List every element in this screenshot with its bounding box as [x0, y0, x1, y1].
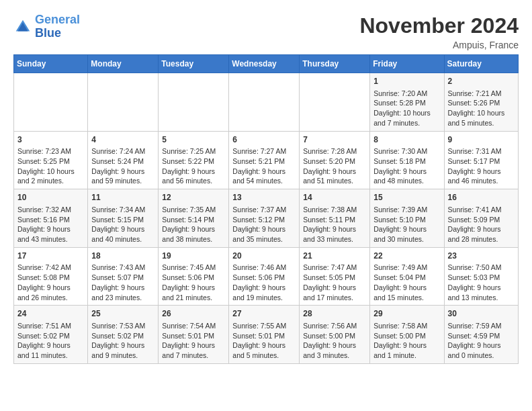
- day-cell: 17Sunrise: 7:42 AM Sunset: 5:08 PM Dayli…: [14, 247, 88, 306]
- day-info: Sunrise: 7:50 AM Sunset: 5:03 PM Dayligh…: [448, 263, 515, 302]
- day-cell: 28Sunrise: 7:56 AM Sunset: 5:00 PM Dayli…: [300, 306, 370, 364]
- week-row-2: 3Sunrise: 7:23 AM Sunset: 5:25 PM Daylig…: [14, 131, 519, 189]
- day-info: Sunrise: 7:58 AM Sunset: 5:00 PM Dayligh…: [373, 321, 440, 361]
- day-number: 29: [373, 308, 440, 320]
- day-cell: 11Sunrise: 7:34 AM Sunset: 5:15 PM Dayli…: [88, 189, 159, 248]
- day-cell: 20Sunrise: 7:46 AM Sunset: 5:06 PM Dayli…: [229, 247, 300, 306]
- day-number: 21: [303, 250, 366, 262]
- day-cell: 6Sunrise: 7:27 AM Sunset: 5:21 PM Daylig…: [229, 131, 300, 189]
- month-title: November 2024: [359, 13, 519, 38]
- day-number: 13: [232, 192, 296, 203]
- day-info: Sunrise: 7:45 AM Sunset: 5:06 PM Dayligh…: [162, 263, 225, 302]
- logo-text: General Blue: [35, 13, 80, 40]
- day-info: Sunrise: 7:49 AM Sunset: 5:04 PM Dayligh…: [373, 263, 440, 302]
- day-info: Sunrise: 7:31 AM Sunset: 5:17 PM Dayligh…: [448, 146, 515, 186]
- day-number: 14: [303, 192, 366, 203]
- day-number: 24: [17, 308, 84, 320]
- day-info: Sunrise: 7:56 AM Sunset: 5:00 PM Dayligh…: [303, 321, 366, 361]
- week-row-4: 17Sunrise: 7:42 AM Sunset: 5:08 PM Dayli…: [14, 247, 519, 306]
- day-info: Sunrise: 7:46 AM Sunset: 5:06 PM Dayligh…: [232, 263, 296, 302]
- day-number: 12: [162, 192, 225, 203]
- day-info: Sunrise: 7:34 AM Sunset: 5:15 PM Dayligh…: [91, 205, 154, 244]
- day-number: 1: [373, 76, 440, 87]
- day-cell: 5Sunrise: 7:25 AM Sunset: 5:22 PM Daylig…: [159, 131, 229, 189]
- day-cell: 15Sunrise: 7:39 AM Sunset: 5:10 PM Dayli…: [370, 189, 444, 248]
- day-number: 22: [373, 250, 440, 262]
- day-cell: [229, 73, 300, 132]
- day-cell: 26Sunrise: 7:54 AM Sunset: 5:01 PM Dayli…: [159, 306, 229, 364]
- day-info: Sunrise: 7:59 AM Sunset: 4:59 PM Dayligh…: [448, 321, 515, 361]
- day-number: 3: [17, 134, 84, 146]
- weekday-header-monday: Monday: [88, 55, 159, 73]
- day-info: Sunrise: 7:32 AM Sunset: 5:16 PM Dayligh…: [17, 205, 84, 244]
- week-row-1: 1Sunrise: 7:20 AM Sunset: 5:28 PM Daylig…: [14, 73, 519, 132]
- weekday-header-tuesday: Tuesday: [159, 55, 229, 73]
- day-cell: 2Sunrise: 7:21 AM Sunset: 5:26 PM Daylig…: [444, 73, 518, 132]
- week-row-3: 10Sunrise: 7:32 AM Sunset: 5:16 PM Dayli…: [14, 189, 519, 248]
- day-number: 28: [303, 308, 366, 320]
- day-number: 20: [232, 250, 296, 262]
- logo-icon: [13, 17, 32, 36]
- day-cell: [300, 73, 370, 132]
- day-cell: 23Sunrise: 7:50 AM Sunset: 5:03 PM Dayli…: [444, 247, 518, 306]
- day-number: 5: [162, 134, 225, 146]
- day-cell: [88, 73, 159, 132]
- day-number: 18: [91, 250, 154, 262]
- weekday-header-sunday: Sunday: [14, 55, 88, 73]
- day-number: 16: [448, 192, 515, 203]
- day-info: Sunrise: 7:42 AM Sunset: 5:08 PM Dayligh…: [17, 263, 84, 302]
- day-number: 11: [91, 192, 154, 203]
- day-cell: 25Sunrise: 7:53 AM Sunset: 5:02 PM Dayli…: [88, 306, 159, 364]
- day-cell: 14Sunrise: 7:38 AM Sunset: 5:11 PM Dayli…: [300, 189, 370, 248]
- weekday-header-friday: Friday: [370, 55, 444, 73]
- weekday-header-thursday: Thursday: [300, 55, 370, 73]
- weekday-header-wednesday: Wednesday: [229, 55, 300, 73]
- day-number: 17: [17, 250, 84, 262]
- day-cell: [159, 73, 229, 132]
- day-number: 9: [448, 134, 515, 146]
- day-number: 2: [448, 76, 515, 87]
- day-cell: 16Sunrise: 7:41 AM Sunset: 5:09 PM Dayli…: [444, 189, 518, 248]
- day-cell: 9Sunrise: 7:31 AM Sunset: 5:17 PM Daylig…: [444, 131, 518, 189]
- day-info: Sunrise: 7:27 AM Sunset: 5:21 PM Dayligh…: [232, 146, 296, 186]
- day-info: Sunrise: 7:28 AM Sunset: 5:20 PM Dayligh…: [303, 146, 366, 186]
- day-number: 26: [162, 308, 225, 320]
- day-cell: 7Sunrise: 7:28 AM Sunset: 5:20 PM Daylig…: [300, 131, 370, 189]
- day-number: 6: [232, 134, 296, 146]
- day-number: 10: [17, 192, 84, 203]
- day-cell: 30Sunrise: 7:59 AM Sunset: 4:59 PM Dayli…: [444, 306, 518, 364]
- day-number: 4: [91, 134, 154, 146]
- day-info: Sunrise: 7:55 AM Sunset: 5:01 PM Dayligh…: [232, 321, 296, 361]
- day-cell: 8Sunrise: 7:30 AM Sunset: 5:18 PM Daylig…: [370, 131, 444, 189]
- day-cell: 4Sunrise: 7:24 AM Sunset: 5:24 PM Daylig…: [88, 131, 159, 189]
- day-info: Sunrise: 7:51 AM Sunset: 5:02 PM Dayligh…: [17, 321, 84, 361]
- day-cell: 24Sunrise: 7:51 AM Sunset: 5:02 PM Dayli…: [14, 306, 88, 364]
- day-info: Sunrise: 7:54 AM Sunset: 5:01 PM Dayligh…: [162, 321, 225, 361]
- day-cell: 21Sunrise: 7:47 AM Sunset: 5:05 PM Dayli…: [300, 247, 370, 306]
- calendar-body: 1Sunrise: 7:20 AM Sunset: 5:28 PM Daylig…: [14, 73, 519, 364]
- day-number: 27: [232, 308, 296, 320]
- day-cell: [14, 73, 88, 132]
- day-cell: 3Sunrise: 7:23 AM Sunset: 5:25 PM Daylig…: [14, 131, 88, 189]
- location: Ampuis, France: [359, 40, 519, 50]
- day-cell: 12Sunrise: 7:35 AM Sunset: 5:14 PM Dayli…: [159, 189, 229, 248]
- day-info: Sunrise: 7:21 AM Sunset: 5:26 PM Dayligh…: [448, 89, 515, 128]
- day-info: Sunrise: 7:47 AM Sunset: 5:05 PM Dayligh…: [303, 263, 366, 302]
- day-info: Sunrise: 7:24 AM Sunset: 5:24 PM Dayligh…: [91, 146, 154, 186]
- day-number: 8: [373, 134, 440, 146]
- day-info: Sunrise: 7:41 AM Sunset: 5:09 PM Dayligh…: [448, 205, 515, 244]
- day-cell: 10Sunrise: 7:32 AM Sunset: 5:16 PM Dayli…: [14, 189, 88, 248]
- day-number: 7: [303, 134, 366, 146]
- day-number: 25: [91, 308, 154, 320]
- day-cell: 22Sunrise: 7:49 AM Sunset: 5:04 PM Dayli…: [370, 247, 444, 306]
- weekday-header-saturday: Saturday: [444, 55, 518, 73]
- day-number: 19: [162, 250, 225, 262]
- title-area: November 2024 Ampuis, France: [359, 13, 519, 50]
- day-cell: 1Sunrise: 7:20 AM Sunset: 5:28 PM Daylig…: [370, 73, 444, 132]
- day-info: Sunrise: 7:37 AM Sunset: 5:12 PM Dayligh…: [232, 205, 296, 244]
- day-number: 23: [448, 250, 515, 262]
- day-info: Sunrise: 7:30 AM Sunset: 5:18 PM Dayligh…: [373, 146, 440, 186]
- day-info: Sunrise: 7:43 AM Sunset: 5:07 PM Dayligh…: [91, 263, 154, 302]
- day-cell: 29Sunrise: 7:58 AM Sunset: 5:00 PM Dayli…: [370, 306, 444, 364]
- day-cell: 18Sunrise: 7:43 AM Sunset: 5:07 PM Dayli…: [88, 247, 159, 306]
